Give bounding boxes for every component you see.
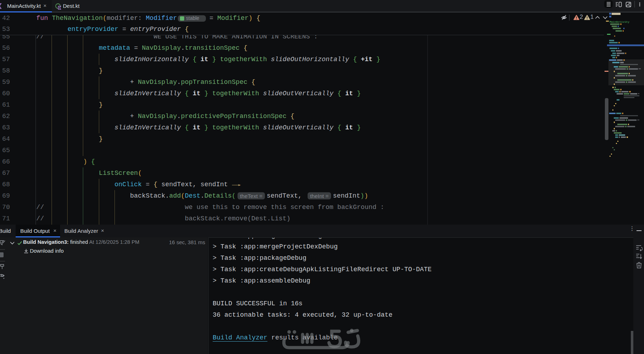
- svg-text:MainActivity: MainActivity: [610, 20, 629, 23]
